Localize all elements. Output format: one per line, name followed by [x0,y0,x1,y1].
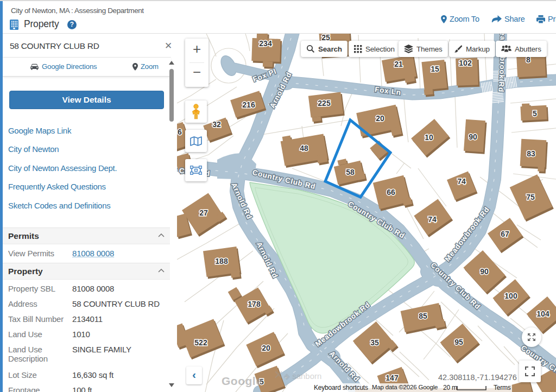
svg-text:225: 225 [318,99,331,108]
svg-text:6: 6 [178,128,182,136]
svg-text:95: 95 [454,338,463,346]
svg-text:58: 58 [346,168,355,176]
svg-text:5: 5 [533,109,537,118]
svg-text:100: 100 [504,292,517,300]
svg-text:48: 48 [300,144,308,153]
svg-text:216: 216 [242,100,255,109]
svg-text:102: 102 [459,59,472,67]
svg-text:85: 85 [419,312,427,320]
svg-text:104: 104 [536,309,549,318]
svg-text:178: 178 [248,300,261,308]
svg-text:188: 188 [215,257,228,265]
svg-text:75: 75 [526,193,535,201]
svg-text:15: 15 [431,65,439,73]
svg-text:20: 20 [262,344,270,352]
svg-text:74: 74 [457,177,466,186]
svg-text:147: 147 [386,374,399,382]
svg-text:32: 32 [212,120,221,129]
svg-text:67: 67 [501,230,509,238]
svg-text:20: 20 [376,114,384,123]
svg-text:10: 10 [425,133,433,142]
svg-text:90: 90 [469,132,477,141]
svg-text:90: 90 [480,267,489,276]
svg-text:66: 66 [387,188,395,197]
svg-text:21: 21 [394,60,403,68]
svg-text:27: 27 [199,208,208,217]
svg-text:74: 74 [428,215,437,224]
svg-text:234: 234 [259,39,272,48]
svg-text:522: 522 [194,338,207,347]
svg-text:35: 35 [370,338,379,347]
svg-text:83: 83 [527,149,535,158]
